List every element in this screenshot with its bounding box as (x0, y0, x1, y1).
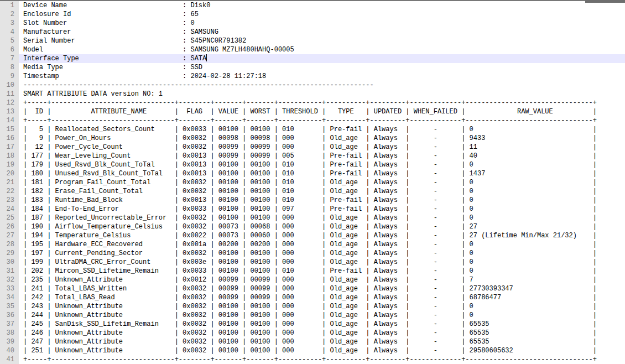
editor-line[interactable]: 32| 235 | Unknown_Attribute | 0x0012 | 0… (0, 275, 625, 284)
editor-line[interactable]: 6Model : SAMSUNG MZ7LH480HAHQ-00005 (0, 45, 625, 54)
line-text[interactable]: Slot Number : 0 (19, 19, 625, 28)
line-text[interactable]: | 197 | Current_Pending_Sector | 0x0032 … (19, 249, 625, 258)
editor-line[interactable]: 9Timestamp : 2024-02-28 11:27:18 (0, 72, 625, 81)
line-number: 21 (0, 178, 19, 187)
editor-line[interactable]: 36| 244 | Unknown_Attribute | 0x0032 | 0… (0, 311, 625, 320)
editor-line[interactable]: 20| 180 | Unused_Rsvd_Blk_Count_ToTal | … (0, 169, 625, 178)
line-text[interactable]: SMART ATTRIBIUTE DATA version NO: 1 (19, 90, 625, 98)
line-text[interactable]: | 180 | Unused_Rsvd_Blk_Count_ToTal | 0x… (19, 169, 625, 178)
editor-line[interactable]: 40| 251 | Unknown_Attribute | 0x0032 | 0… (0, 346, 625, 355)
editor-line[interactable]: 11SMART ATTRIBIUTE DATA version NO: 1 (0, 90, 625, 98)
line-number: 30 (0, 258, 19, 267)
editor-line[interactable]: 19| 179 | Used_Rsvd_Blk_Count_ToTal | 0x… (0, 160, 625, 169)
line-number: 5 (0, 37, 19, 45)
line-text[interactable]: | 245 | SanDisk_SSD_Lifetim_Remain | 0x0… (19, 320, 625, 329)
editor-line[interactable]: 4Manufacturer : SAMSUNG (0, 28, 625, 37)
line-text[interactable]: | 243 | Unknown_Attribute | 0x0032 | 001… (19, 302, 625, 311)
editor-surface[interactable]: 1Device Name : Disk02Enclosure Id : 653S… (0, 1, 625, 364)
editor-line[interactable]: 22| 182 | Erase_Fail_Count_Total | 0x003… (0, 187, 625, 196)
line-number: 41 (0, 355, 19, 364)
line-text[interactable]: | 190 | Airflow_Temperature_Celsius | 0x… (19, 222, 625, 231)
line-text[interactable]: ----------------------------------------… (19, 81, 625, 90)
line-text[interactable]: | 182 | Erase_Fail_Count_Total | 0x0032 … (19, 187, 625, 196)
line-text[interactable]: | 9 | Power_On_Hours | 0x0032 | 00098 | … (19, 134, 625, 143)
line-number: 23 (0, 196, 19, 205)
line-text[interactable]: | 251 | Unknown_Attribute | 0x0032 | 001… (19, 346, 625, 355)
line-text[interactable]: Model : SAMSUNG MZ7LH480HAHQ-00005 (19, 45, 625, 54)
editor-line[interactable]: 21| 181 | Program_Fail_Count_Total | 0x0… (0, 178, 625, 187)
line-text[interactable]: +-----+-------------------------------+-… (19, 355, 625, 364)
line-text[interactable]: Serial Number : S45PNC0R791382 (19, 37, 625, 45)
line-number: 12 (0, 98, 19, 107)
editor-line[interactable]: 34| 242 | Total_LBAS_Read | 0x0032 | 000… (0, 293, 625, 302)
editor-line[interactable]: 10--------------------------------------… (0, 81, 625, 90)
editor-line[interactable]: 33| 241 | Total_LBAS_Written | 0x0032 | … (0, 284, 625, 293)
current-editor-line[interactable]: 7Interface Type : SATA (0, 54, 625, 63)
editor-line[interactable]: 35| 243 | Unknown_Attribute | 0x0032 | 0… (0, 302, 625, 311)
editor-line[interactable]: 15| 5 | Reallocated_Sectors_Count | 0x00… (0, 125, 625, 134)
line-number: 27 (0, 231, 19, 240)
editor-line[interactable]: 30| 199 | UltraDMA_CRC_Error_Count | 0x0… (0, 258, 625, 267)
line-text[interactable]: | 199 | UltraDMA_CRC_Error_Count | 0x003… (19, 258, 625, 267)
editor-line[interactable]: 25| 187 | Reported_Uncorrectable_Error |… (0, 214, 625, 222)
editor-line[interactable]: 39| 247 | Unknown_Attribute | 0x0032 | 0… (0, 337, 625, 346)
editor-line[interactable]: 13| ID | ATTRIBUTE_NAME | FLAG | VALUE |… (0, 107, 625, 116)
line-number: 2 (0, 10, 19, 19)
line-text[interactable]: | 202 | Mircon_SSD_Lifetime_Remain | 0x0… (19, 267, 625, 275)
editor-line[interactable]: 8Media Type : SSD (0, 63, 625, 72)
line-text[interactable]: | 241 | Total_LBAS_Written | 0x0032 | 00… (19, 284, 625, 293)
line-text[interactable]: | 12 | Power_Cycle_Count | 0x0032 | 0009… (19, 143, 625, 152)
line-text[interactable]: +-----+-------------------------------+-… (19, 98, 625, 107)
line-text[interactable]: Media Type : SSD (19, 63, 625, 72)
line-text[interactable]: | 187 | Reported_Uncorrectable_Error | 0… (19, 214, 625, 222)
editor-line[interactable]: 12+-----+-------------------------------… (0, 98, 625, 107)
line-number: 9 (0, 72, 19, 81)
editor-line[interactable]: 26| 190 | Airflow_Temperature_Celsius | … (0, 222, 625, 231)
line-text[interactable]: | 5 | Reallocated_Sectors_Count | 0x0033… (19, 125, 625, 134)
editor-line[interactable]: 38| 246 | Unknown_Attribute | 0x0032 | 0… (0, 329, 625, 337)
line-text[interactable]: Manufacturer : SAMSUNG (19, 28, 625, 37)
editor-line[interactable]: 2Enclosure Id : 65 (0, 10, 625, 19)
line-text[interactable]: Enclosure Id : 65 (19, 10, 625, 19)
editor-line[interactable]: 1Device Name : Disk0 (0, 1, 625, 10)
editor-line[interactable]: 14+-----+-------------------------------… (0, 116, 625, 125)
line-number: 19 (0, 160, 19, 169)
window-top-edge-corner (585, 0, 625, 3)
line-text[interactable]: | 194 | Temperature_Celsius | 0x0022 | 0… (19, 231, 625, 240)
editor-line[interactable]: 18| 177 | Wear_Leveling_Count | 0x0013 |… (0, 152, 625, 160)
line-number: 14 (0, 116, 19, 125)
line-text[interactable]: Device Name : Disk0 (19, 1, 625, 10)
line-text[interactable]: | 235 | Unknown_Attribute | 0x0012 | 000… (19, 275, 625, 284)
editor-line[interactable]: 17| 12 | Power_Cycle_Count | 0x0032 | 00… (0, 143, 625, 152)
editor-line[interactable]: 24| 184 | End-To-End_Error | 0x0033 | 00… (0, 205, 625, 214)
editor-line[interactable]: 23| 183 | Runtime_Bad_Block | 0x0013 | 0… (0, 196, 625, 205)
text-editor-window[interactable]: 1Device Name : Disk02Enclosure Id : 653S… (0, 0, 625, 364)
line-text[interactable]: +-----+-------------------------------+-… (19, 116, 625, 125)
editor-line[interactable]: 31| 202 | Mircon_SSD_Lifetime_Remain | 0… (0, 267, 625, 275)
editor-line[interactable]: 41+-----+-------------------------------… (0, 355, 625, 364)
line-text[interactable]: Timestamp : 2024-02-28 11:27:18 (19, 72, 625, 81)
line-text[interactable]: | 247 | Unknown_Attribute | 0x0032 | 001… (19, 337, 625, 346)
line-text[interactable]: | 195 | Hardware_ECC_Recovered | 0x001a … (19, 240, 625, 249)
text-caret (206, 54, 207, 61)
line-number: 15 (0, 125, 19, 134)
editor-line[interactable]: 37| 245 | SanDisk_SSD_Lifetim_Remain | 0… (0, 320, 625, 329)
line-text[interactable]: | ID | ATTRIBUTE_NAME | FLAG | VALUE | W… (19, 107, 625, 116)
line-text[interactable]: | 246 | Unknown_Attribute | 0x0032 | 001… (19, 329, 625, 337)
line-text[interactable]: | 179 | Used_Rsvd_Blk_Count_ToTal | 0x00… (19, 160, 625, 169)
line-text[interactable]: | 183 | Runtime_Bad_Block | 0x0013 | 001… (19, 196, 625, 205)
editor-line[interactable]: 16| 9 | Power_On_Hours | 0x0032 | 00098 … (0, 134, 625, 143)
editor-line[interactable]: 5Serial Number : S45PNC0R791382 (0, 37, 625, 45)
line-text[interactable]: | 242 | Total_LBAS_Read | 0x0032 | 00099… (19, 293, 625, 302)
line-text[interactable]: | 177 | Wear_Leveling_Count | 0x0013 | 0… (19, 152, 625, 160)
line-text[interactable]: | 244 | Unknown_Attribute | 0x0032 | 001… (19, 311, 625, 320)
line-number: 8 (0, 63, 19, 72)
editor-line[interactable]: 27| 194 | Temperature_Celsius | 0x0022 |… (0, 231, 625, 240)
line-text[interactable]: | 181 | Program_Fail_Count_Total | 0x003… (19, 178, 625, 187)
editor-line[interactable]: 3Slot Number : 0 (0, 19, 625, 28)
line-text[interactable]: Interface Type : SATA (19, 54, 625, 63)
line-number: 22 (0, 187, 19, 196)
line-text[interactable]: | 184 | End-To-End_Error | 0x0033 | 0010… (19, 205, 625, 214)
editor-line[interactable]: 28| 195 | Hardware_ECC_Recovered | 0x001… (0, 240, 625, 249)
editor-line[interactable]: 29| 197 | Current_Pending_Sector | 0x003… (0, 249, 625, 258)
